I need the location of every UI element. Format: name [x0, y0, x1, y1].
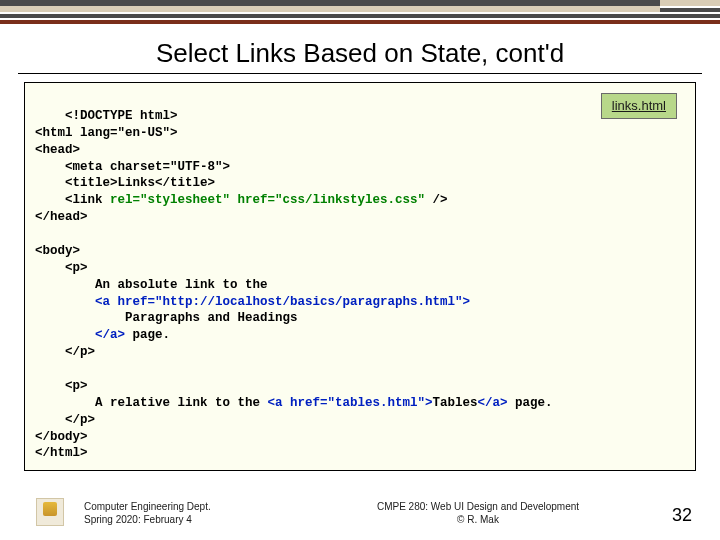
sjsu-logo-icon — [36, 498, 64, 526]
code-line: An absolute link to the — [35, 278, 268, 292]
footer: Computer Engineering Dept. Spring 2020: … — [0, 498, 720, 526]
code-line: <a href="http://localhost/basics/paragra… — [35, 295, 470, 309]
code-line: <link rel="stylesheet" href="css/linksty… — [35, 193, 448, 207]
code-line: </html> — [35, 446, 88, 460]
code-line: <body> — [35, 244, 80, 258]
filename-badge: links.html — [601, 93, 677, 119]
code-line — [35, 227, 43, 241]
decorative-top-bars — [0, 0, 720, 24]
page-title: Select Links Based on State, cont'd — [0, 38, 720, 69]
code-line: <!DOCTYPE html> — [65, 109, 178, 123]
code-line: <title>Links</title> — [35, 176, 215, 190]
code-line: <p> — [35, 261, 88, 275]
code-line: </a> page. — [35, 328, 170, 342]
code-line: <p> — [35, 379, 88, 393]
code-listing: links.html<!DOCTYPE html> <html lang="en… — [24, 82, 696, 471]
code-line: <head> — [35, 143, 80, 157]
footer-center: CMPE 280: Web UI Design and Development … — [304, 501, 652, 526]
code-line: </p> — [35, 413, 95, 427]
code-line: Paragraphs and Headings — [35, 311, 298, 325]
code-line: <meta charset="UTF-8"> — [35, 160, 230, 174]
title-underline — [18, 73, 702, 74]
code-line — [35, 362, 65, 376]
code-line: </body> — [35, 430, 88, 444]
page-number: 32 — [652, 505, 692, 526]
slide: Select Links Based on State, cont'd link… — [0, 0, 720, 540]
code-line: <html lang="en-US"> — [35, 126, 178, 140]
code-line: </head> — [35, 210, 88, 224]
code-line: A relative link to the <a href="tables.h… — [35, 396, 553, 410]
footer-left: Computer Engineering Dept. Spring 2020: … — [84, 501, 284, 526]
code-line: </p> — [35, 345, 95, 359]
